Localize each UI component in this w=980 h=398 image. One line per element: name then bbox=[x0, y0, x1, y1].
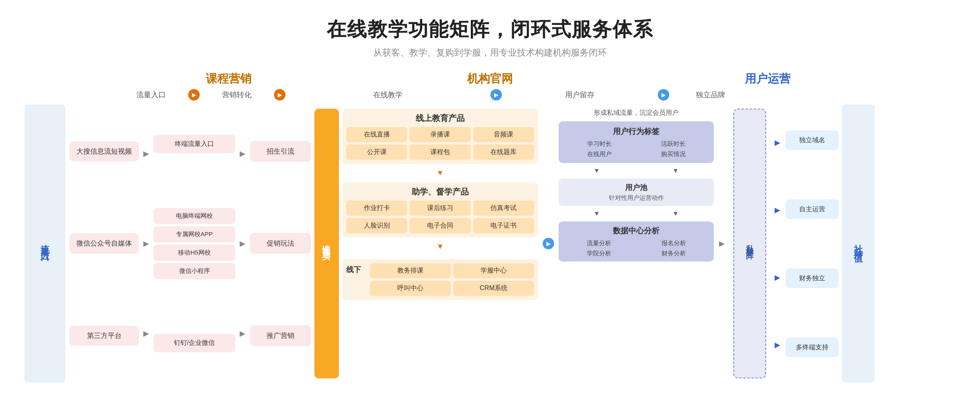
mkt-item-0: 招生引流 bbox=[250, 141, 311, 162]
behavior-tag-box: 用户行为标签 学习时长 活跃时长 在线用户 购买情况 bbox=[559, 121, 714, 163]
data-1: 报名分析 bbox=[637, 239, 710, 247]
mkt-item-1: 促销玩法 bbox=[250, 233, 311, 254]
online-top: 线上教育产品 在线直播 录播课 音频课 公开课 课程包 在线题库 bbox=[342, 109, 538, 164]
study-item-1: 课后练习 bbox=[410, 201, 470, 216]
brand-section: 独立域名 自主运营 财务独立 多终端支持 bbox=[786, 105, 839, 382]
behavior-3: 购买情况 bbox=[637, 150, 709, 158]
arrow-mkt-3: ▶ bbox=[240, 329, 245, 338]
arrows-col-1: ▶ ▶ ▶ bbox=[139, 105, 154, 382]
arrow-3-icon: ▶ bbox=[490, 89, 502, 101]
arrow-brand-2: ▶ bbox=[775, 206, 780, 215]
behavior-grid: 学习时长 活跃时长 在线用户 购买情况 bbox=[564, 140, 709, 158]
offline-item-2: 呼叫中心 bbox=[370, 281, 451, 296]
behavior-tag-title: 用户行为标签 bbox=[564, 126, 709, 137]
down-arrows-row-2: ▼ ▼ bbox=[559, 210, 714, 217]
arrows-col-2: ▶ ▶ ▶ bbox=[235, 105, 250, 382]
behavior-1: 活跃时长 bbox=[637, 140, 709, 148]
down-arrow-2: ▼ bbox=[342, 241, 538, 252]
brand-item-0: 独立域名 bbox=[786, 130, 839, 150]
arrow-flow-1: ▶ bbox=[143, 149, 149, 158]
flow-item-2: 第三方平台 bbox=[69, 326, 139, 346]
down-arrow-1: ▼ bbox=[342, 168, 538, 178]
step-label-3: 在线教学 bbox=[290, 90, 486, 100]
diagram-area: 流量入口 大搜信息流短视频 微信公众号自媒体 第三方平台 ▶ ▶ ▶ 终端流量入… bbox=[24, 105, 956, 382]
user-pool-sub: 针对性用户运营动作 bbox=[563, 194, 710, 202]
retention-top-text: 形成私域流量，沉淀会员用户 bbox=[559, 109, 714, 117]
mid-item-3: 移动H5网校 bbox=[154, 245, 235, 261]
down-arrows-row: ▼ ▼ bbox=[559, 167, 714, 174]
left-label: 流量入口 bbox=[24, 105, 65, 382]
edu-item-2: 音频课 bbox=[473, 127, 534, 142]
flow-item-0: 大搜信息流短视频 bbox=[69, 141, 139, 162]
study-item-0: 作业打卡 bbox=[346, 201, 407, 216]
arrow-mkt-1: ▶ bbox=[240, 149, 245, 158]
step-label-2: 营销转化 bbox=[204, 90, 270, 100]
flow-section: 大搜信息流短视频 微信公众号自媒体 第三方平台 bbox=[69, 105, 139, 382]
online-edu-grid: 在线直播 录播课 音频课 公开课 课程包 在线题库 bbox=[346, 127, 534, 160]
mid-item-4: 微信小程序 bbox=[154, 263, 235, 279]
col-header-marketing: 课程营销 bbox=[122, 71, 335, 87]
edu-item-1: 录播课 bbox=[410, 127, 470, 142]
page-title: 在线教学功能矩阵，闭环式服务体系 bbox=[24, 16, 956, 42]
down-arrow-4: ▼ bbox=[637, 167, 714, 174]
retention-section: 形成私域流量，沉淀会员用户 用户行为标签 学习时长 活跃时长 在线用户 购买情况… bbox=[559, 105, 714, 382]
study-prod-grid: 作业打卡 课后练习 仿真考试 人脸识别 电子合同 电子证书 bbox=[346, 201, 534, 233]
mid-item-5: 钉钉/企业微信 bbox=[154, 334, 235, 352]
header: 在线教学功能矩阵，闭环式服务体系 从获客、教学、复购到学服，用专业技术构建机构服… bbox=[24, 16, 956, 59]
page-subtitle: 从获客、教学、复购到学服，用专业技术构建机构服务闭环 bbox=[24, 47, 956, 59]
offline-item-3: CRM系统 bbox=[453, 281, 534, 296]
arrow-to-retention: ▶ bbox=[538, 105, 559, 382]
data-3: 财务分析 bbox=[637, 250, 710, 257]
arrow-brand-1: ▶ bbox=[775, 138, 780, 147]
mid-item-0: 终端流量入口 bbox=[154, 135, 235, 153]
data-analysis-grid: 流量分析 报名分析 学院分析 财务分析 bbox=[563, 239, 710, 257]
behavior-0: 学习时长 bbox=[564, 140, 635, 148]
step-label-1: 流量入口 bbox=[118, 90, 184, 100]
data-2: 学院分析 bbox=[563, 250, 635, 257]
edu-item-4: 课程包 bbox=[410, 145, 470, 160]
arrow-retention-icon: ▶ bbox=[543, 238, 554, 249]
mid-item-2: 专属网校APP bbox=[154, 226, 235, 242]
edu-item-5: 在线题库 bbox=[473, 145, 534, 160]
arrow-private-icon: ▶ bbox=[719, 239, 725, 248]
arrow-mkt-2: ▶ bbox=[240, 239, 245, 248]
flow-item-1: 微信公众号自媒体 bbox=[69, 233, 139, 254]
data-0: 流量分析 bbox=[563, 239, 635, 247]
down-arrow-6: ▼ bbox=[637, 210, 714, 217]
down-arrow-3: ▼ bbox=[559, 167, 635, 174]
step-label-5: 独立品牌 bbox=[674, 90, 747, 100]
study-prod-title: 助学、督学产品 bbox=[346, 186, 534, 197]
mid-item-1: 电脑终端网校 bbox=[154, 208, 235, 224]
user-pool-box: 用户池 针对性用户运营动作 bbox=[559, 179, 714, 206]
col-header-website: 机构官网 bbox=[384, 71, 596, 87]
mid-col: 终端流量入口 电脑终端网校 专属网校APP 移动H5网校 微信小程序 钉钉/企业… bbox=[154, 105, 235, 382]
private-domain-box: 私域矩阵 bbox=[733, 109, 766, 378]
arrow-flow-3: ▶ bbox=[143, 329, 149, 338]
arrow-brand-4: ▶ bbox=[775, 340, 780, 349]
data-center-title: 数据中心分析 bbox=[563, 226, 710, 236]
study-item-2: 仿真考试 bbox=[473, 201, 534, 216]
down-arrow-5: ▼ bbox=[559, 210, 635, 217]
arrows-to-brand: ▶ ▶ ▶ ▶ bbox=[769, 105, 786, 382]
edu-item-3: 公开课 bbox=[346, 145, 407, 160]
purchase-box: 课程购买 bbox=[314, 109, 339, 378]
study-item-4: 电子合同 bbox=[410, 218, 470, 233]
marketing-section: 招生引流 促销玩法 推广营销 bbox=[250, 105, 311, 382]
arrow-brand-3: ▶ bbox=[775, 273, 780, 282]
behavior-2: 在线用户 bbox=[564, 150, 635, 158]
offline-grid: 教务排课 学服中心 呼叫中心 CRM系统 bbox=[370, 263, 534, 296]
offline-row: 线下 教务排课 学服中心 呼叫中心 CRM系统 bbox=[342, 259, 538, 300]
arrow-4-icon: ▶ bbox=[658, 89, 669, 101]
offline-item-1: 学服中心 bbox=[453, 263, 534, 278]
arrow-to-private: ▶ bbox=[714, 105, 730, 382]
edu-item-0: 在线直播 bbox=[346, 127, 407, 142]
study-item-5: 电子证书 bbox=[473, 218, 534, 233]
mkt-item-2: 推广营销 bbox=[250, 325, 311, 346]
brand-item-3: 多终端支持 bbox=[786, 338, 839, 357]
arrow-1-icon: ▶ bbox=[188, 89, 200, 101]
brand-item-2: 财务独立 bbox=[786, 268, 839, 288]
user-pool-title: 用户池 bbox=[563, 183, 710, 192]
offline-item-0: 教务排课 bbox=[370, 263, 451, 278]
offline-label: 线下 bbox=[346, 263, 367, 275]
page-container: 在线教学功能矩阵，闭环式服务体系 从获客、教学、复购到学服，用专业技术构建机构服… bbox=[0, 0, 980, 398]
